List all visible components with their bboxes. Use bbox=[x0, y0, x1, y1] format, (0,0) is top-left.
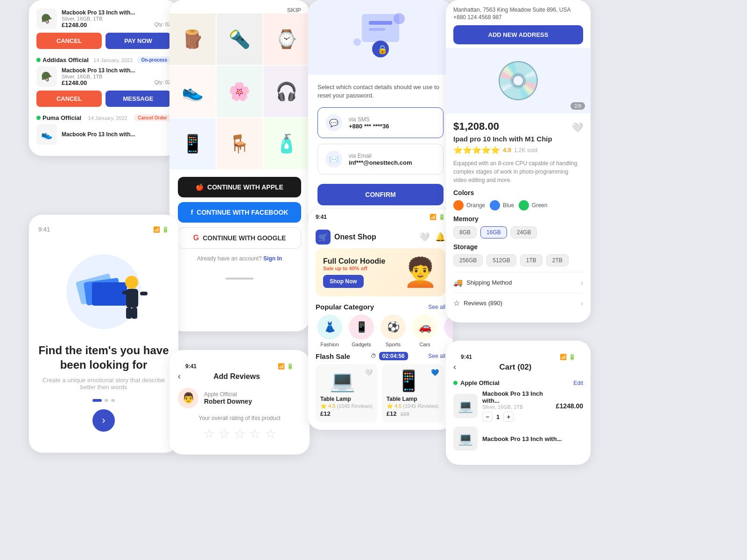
color-dot-blue[interactable] bbox=[490, 200, 500, 210]
memory-options: 8GB 16GB 24GB bbox=[453, 226, 583, 238]
color-label-orange: Orange bbox=[466, 202, 485, 209]
shop-card: 9:41 📶🔋 🛒 Onest Shop 🤍 🔔 Full Color Hood… bbox=[308, 209, 453, 430]
svg-text:🔒: 🔒 bbox=[377, 44, 388, 55]
cat-sports[interactable]: ⚽ Sports bbox=[379, 315, 407, 347]
storage-options: 256GB 512GB 1TB 2TB bbox=[453, 254, 583, 266]
password-reset-card: 🔒 Select which contact details should we… bbox=[308, 0, 453, 227]
cat-fashion-icon: 👗 bbox=[317, 315, 342, 340]
svg-rect-10 bbox=[92, 282, 127, 306]
apple-icon: 🍎 bbox=[196, 183, 204, 191]
signal-icons: 📶🔋 bbox=[278, 363, 294, 370]
color-dot-green[interactable] bbox=[519, 200, 529, 210]
cat-cars[interactable]: 🚗 Cars bbox=[411, 315, 439, 347]
back-button-reviews[interactable]: ‹ bbox=[178, 371, 181, 381]
storage-256gb[interactable]: 256GB bbox=[453, 254, 483, 266]
wishlist-icon[interactable]: 🤍 bbox=[419, 232, 430, 242]
star-2[interactable]: ☆ bbox=[218, 426, 230, 441]
cart-item-2: 💻 Macbook Pro 13 Inch with... bbox=[453, 427, 583, 451]
time-shop: 9:41 bbox=[316, 214, 327, 220]
cat-fashion[interactable]: 👗 Fashion bbox=[316, 315, 344, 347]
next-button[interactable]: › bbox=[92, 409, 115, 432]
add-address-button[interactable]: ADD NEW ADDRESS bbox=[453, 25, 583, 44]
storage-512gb[interactable]: 512GB bbox=[486, 254, 516, 266]
product-info-section: $1,208.00 🤍 Ipad pro 10 Inch with M1 Chi… bbox=[446, 113, 591, 313]
colors-row: Orange Blue Green bbox=[453, 200, 583, 210]
clock-icon: ⏱ bbox=[371, 353, 376, 359]
mem-8gb[interactable]: 8GB bbox=[453, 226, 477, 238]
cart-edit-button[interactable]: Edit bbox=[573, 380, 583, 386]
color-orange[interactable]: Orange bbox=[453, 200, 485, 210]
product-image-area: 💿 2/8 bbox=[446, 48, 591, 113]
email-label: via Email bbox=[349, 153, 412, 159]
star-4[interactable]: ☆ bbox=[249, 426, 261, 441]
address-text: Manhattan, 7563 King Meadow Suite 896, U… bbox=[453, 7, 583, 13]
sign-in-link[interactable]: Sign In bbox=[263, 255, 282, 262]
product-stars: ⭐⭐⭐⭐⭐ 4.9 1.2K sold bbox=[453, 146, 583, 154]
flash-item-2[interactable]: 💙 📱 Table Lamp ⭐ 4.5 (1045 Reviews) £12 … bbox=[382, 364, 444, 422]
shop-now-button[interactable]: Shop Now bbox=[323, 275, 364, 288]
star-1[interactable]: ☆ bbox=[203, 426, 215, 441]
address-section: Manhattan, 7563 King Meadow Suite 896, U… bbox=[446, 0, 591, 48]
cancel-button-1[interactable]: CANCEL bbox=[36, 33, 102, 49]
shipping-row[interactable]: 🚚 Shipping Method › bbox=[453, 272, 583, 293]
continue-facebook-button[interactable]: f CONTINUE WITH FACEBOOK bbox=[178, 202, 301, 223]
product-wishlist-icon[interactable]: 🤍 bbox=[571, 122, 583, 133]
reviews-nav: ‹ Add Reviews bbox=[178, 371, 301, 381]
shop-logo: 🛒 Onest Shop bbox=[316, 230, 376, 245]
reset-email-option[interactable]: ✉️ via Email inf***@onesttech.com bbox=[317, 144, 444, 175]
wishlist-item-2[interactable]: 💙 bbox=[431, 369, 439, 376]
grid-item-4: 👟 bbox=[169, 66, 216, 117]
star-3[interactable]: ☆ bbox=[234, 426, 246, 441]
green-dot-2 bbox=[36, 58, 41, 62]
color-green[interactable]: Green bbox=[519, 200, 547, 210]
star-5[interactable]: ☆ bbox=[265, 426, 276, 441]
facebook-icon: f bbox=[191, 209, 193, 216]
message-button[interactable]: MESSAGE bbox=[106, 91, 171, 107]
mem-16gb[interactable]: 16GB bbox=[480, 226, 507, 238]
shop-logo-icon: 🛒 bbox=[316, 230, 331, 245]
qty-increase-1[interactable]: + bbox=[503, 412, 514, 422]
notification-icon[interactable]: 🔔 bbox=[435, 232, 445, 242]
qty-value-1: 1 bbox=[496, 413, 500, 420]
banner-text: Full Color Hoodie Sale up to 40% off Sho… bbox=[323, 257, 385, 288]
svg-rect-13 bbox=[122, 291, 131, 294]
banner-subtitle: Sale up to 40% off bbox=[323, 266, 385, 271]
dot-3 bbox=[111, 399, 115, 402]
banner-title: Full Color Hoodie bbox=[323, 257, 385, 266]
continue-apple-button[interactable]: 🍎 CONTINUE WITH APPLE bbox=[178, 177, 301, 197]
continue-google-button[interactable]: G CONTINUE WITH GOOGLE bbox=[178, 227, 301, 249]
flash-sale-title: Flash Sale bbox=[316, 352, 350, 360]
reviewer-details: Apple Official Robert Downey bbox=[204, 391, 252, 405]
color-dot-orange[interactable] bbox=[453, 200, 464, 210]
storage-2tb[interactable]: 2TB bbox=[546, 254, 569, 266]
see-all-categories[interactable]: See all bbox=[428, 304, 445, 310]
order-thumb-3: 👟 bbox=[36, 124, 57, 145]
wishlist-item-1[interactable]: 🤍 bbox=[365, 369, 373, 376]
reset-sms-info: via SMS +880 *** ****36 bbox=[349, 116, 389, 130]
color-blue[interactable]: Blue bbox=[490, 200, 514, 210]
cat-gadgets[interactable]: 📱 Gadgets bbox=[347, 315, 375, 347]
flash-item-1[interactable]: 🤍 💻 Table Lamp ⭐ 4.5 (1045 Reviews) £12 bbox=[316, 364, 377, 422]
flash-price-1: £12 bbox=[320, 409, 373, 418]
order-qty-2: Qty: 02 bbox=[155, 79, 171, 86]
see-all-flash[interactable]: See all bbox=[428, 353, 445, 359]
storage-1tb[interactable]: 1TB bbox=[520, 254, 543, 266]
mem-24gb[interactable]: 24GB bbox=[511, 226, 537, 238]
qty-decrease-1[interactable]: − bbox=[482, 412, 493, 422]
back-button-cart[interactable]: ‹ bbox=[453, 362, 456, 372]
onboarding-card: 9:41 📶🔋 Find the item's you have been lo… bbox=[29, 215, 178, 453]
dot-2 bbox=[105, 399, 108, 402]
onboard-svg bbox=[52, 245, 155, 338]
star-rating[interactable]: ☆ ☆ ☆ ☆ ☆ bbox=[178, 426, 301, 441]
reset-sms-option[interactable]: 💬 via SMS +880 *** ****36 bbox=[317, 107, 444, 138]
email-value: inf***@onesttech.com bbox=[349, 159, 412, 166]
seller-row-3: Puma Official 14 January, 2022 Cancel Or… bbox=[36, 114, 171, 121]
cancel-button-2[interactable]: CANCEL bbox=[36, 91, 102, 107]
flash-timer: ⏱ 02:04:56 bbox=[371, 352, 408, 360]
reviews-row[interactable]: ☆ Reviews (890) › bbox=[453, 293, 583, 313]
pay-now-button[interactable]: PAY NOW bbox=[106, 33, 171, 49]
confirm-button[interactable]: CONFIRM bbox=[317, 184, 444, 205]
email-icon: ✉️ bbox=[325, 151, 342, 168]
address-phone: +880 124 4568 987 bbox=[453, 14, 583, 21]
skip-label[interactable]: SKIP bbox=[169, 0, 310, 14]
